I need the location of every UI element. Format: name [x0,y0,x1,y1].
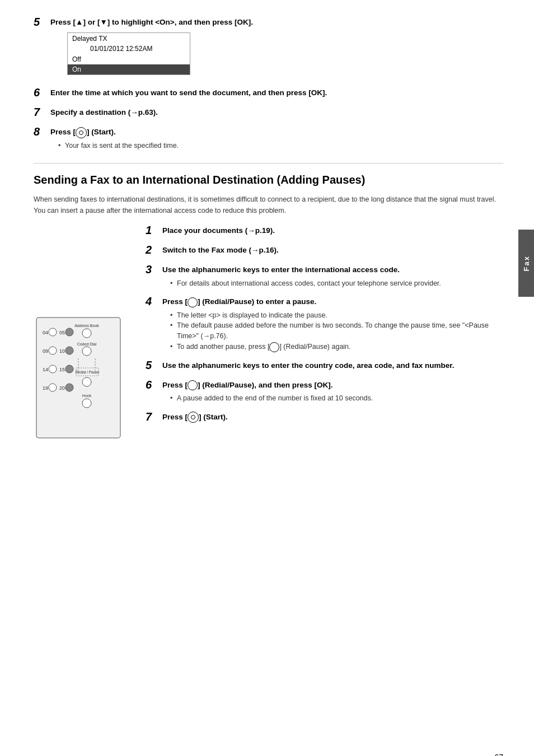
s2-step-5: 5 Use the alphanumeric keys to enter the… [146,360,503,372]
svg-text:05: 05 [59,330,65,335]
step-7-content: Specify a destination (→p.63). [50,107,503,118]
s2-step-7-text: Press [] (Start). [162,412,503,423]
step-8-text: Press [] (Start). [50,127,503,138]
svg-text:20: 20 [59,385,65,391]
svg-point-12 [65,365,73,373]
svg-text:14: 14 [43,367,48,372]
svg-point-8 [65,347,73,354]
s2-step-3-bullet-1: For details about international access c… [170,278,503,289]
display-title: Delayed TX [68,33,190,44]
s2-step-5-num: 5 [146,359,162,372]
svg-text:15: 15 [59,367,65,372]
s2-step-6-content: Press [] (Redial/Pause), and then press … [162,380,503,404]
svg-text:09: 09 [43,348,48,354]
s2-step-6-text: Press [] (Redial/Pause), and then press … [162,380,503,391]
svg-text:04: 04 [43,330,48,335]
circle-icon-6 [188,380,198,390]
s2-step-7-num: 7 [146,410,162,423]
s2-step-3-text: Use the alphanumeric keys to enter the i… [162,264,503,276]
s2-step-4-bullet-2: The default pause added before the numbe… [170,320,503,342]
s2-step-6: 6 Press [] (Redial/Pause), and then pres… [146,380,503,404]
s2-step-2-num: 2 [146,244,162,256]
step-7-text: Specify a destination (→p.63). [50,107,503,118]
step-6-text: Enter the time at which you want to send… [50,87,503,99]
step-5-num: 5 [34,16,50,29]
svg-text:Redial / Pause: Redial / Pause [76,370,100,374]
s2-step-4: 4 Press [] (Redial/Pause) to enter a pau… [146,296,503,352]
step-5-text: Press [▲] or [▼] to highlight <On>, and … [50,17,503,28]
s2-step-3-num: 3 [146,263,162,276]
s2-step-4-content: Press [] (Redial/Pause) to enter a pause… [162,296,503,352]
step-8-content: Press [] (Start). Your fax is sent at th… [50,127,503,151]
step-6: 6 Enter the time at which you want to se… [34,87,503,99]
device-image-area: 04 05 09 10 14 15 [34,225,146,431]
section-2-steps: 1 Place your documents (→p.19). 2 Switch… [146,225,503,431]
s2-step-2-content: Switch to the Fax mode (→p.16). [162,245,503,256]
svg-point-16 [65,384,73,391]
s2-step-5-text: Use the alphanumeric keys to enter the c… [162,360,503,371]
section-2-title: Sending a Fax to an International Destin… [34,172,503,187]
section-2: Sending a Fax to an International Destin… [34,172,503,431]
main-content: 5 Press [▲] or [▼] to highlight <On>, an… [34,17,503,465]
s2-step-4-text: Press [] (Redial/Pause) to enter a pause… [162,296,503,307]
page: Fax 5 Press [▲] or [▼] to highlight <On>… [0,17,534,756]
step-5-content: Press [▲] or [▼] to highlight <On>, and … [50,17,503,80]
svg-point-6 [49,347,57,354]
svg-text:Hook: Hook [82,394,92,398]
s2-step-2: 2 Switch to the Fax mode (→p.16). [146,245,503,256]
section-2-intro: When sending faxes to international dest… [34,194,503,216]
s2-step-4-num: 4 [146,295,162,308]
top-steps-section: 5 Press [▲] or [▼] to highlight <On>, an… [34,17,503,151]
circle-icon-4 [188,297,198,307]
s2-step-3-content: Use the alphanumeric keys to enter the i… [162,264,503,288]
step-8-bullet-1: Your fax is sent at the specified time. [58,141,503,151]
s2-step-1: 1 Place your documents (→p.19). [146,225,503,237]
page-number: 67 [494,753,503,756]
display-box: Delayed TX 01/01/2012 12:52AM Off On [67,32,190,75]
svg-text:Address Book: Address Book [74,324,99,328]
s2-step-7: 7 Press [] (Start). [146,412,503,423]
svg-point-18 [82,329,91,338]
s2-step-6-bullet-1: A pause added to the end of the number i… [170,393,503,404]
svg-point-25 [82,377,91,386]
s2-step-6-num: 6 [146,379,162,391]
step-5: 5 Press [▲] or [▼] to highlight <On>, an… [34,17,503,80]
circle-icon-4b [269,342,279,352]
section-divider [34,163,503,164]
svg-point-10 [49,365,57,373]
display-off: Off [68,54,190,64]
s2-step-3: 3 Use the alphanumeric keys to enter the… [146,264,503,288]
device-svg: 04 05 09 10 14 15 [34,315,126,444]
start-icon-7 [188,412,199,423]
svg-text:19: 19 [43,385,48,391]
svg-text:Coded Dial: Coded Dial [77,342,97,346]
step-7-num: 7 [34,106,50,119]
s2-step-5-content: Use the alphanumeric keys to enter the c… [162,360,503,371]
svg-point-2 [49,328,57,336]
step-8: 8 Press [] (Start). Your fax is sent at … [34,127,503,151]
display-date: 01/01/2012 12:52AM [68,44,190,54]
display-on: On [68,64,190,74]
side-tab: Fax [518,230,534,297]
svg-text:10: 10 [59,348,65,354]
s2-step-4-bullet-1: The letter <p> is displayed to indicate … [170,310,503,321]
step-6-num: 6 [34,86,50,99]
svg-point-14 [49,384,57,391]
step-7: 7 Specify a destination (→p.63). [34,107,503,119]
s2-step-4-bullet-3: To add another pause, press [] (Redial/P… [170,342,503,352]
step-6-content: Enter the time at which you want to send… [50,87,503,99]
s2-step-7-content: Press [] (Start). [162,412,503,423]
step-8-num: 8 [34,125,50,138]
s2-step-1-text: Place your documents (→p.19). [162,225,503,236]
side-tab-label: Fax [522,255,531,271]
svg-rect-0 [36,318,120,438]
svg-point-27 [82,399,91,408]
svg-point-20 [82,347,91,356]
s2-step-1-num: 1 [146,224,162,237]
start-icon-8 [76,127,87,138]
svg-point-4 [65,328,73,336]
s2-step-1-content: Place your documents (→p.19). [162,225,503,236]
s2-step-2-text: Switch to the Fax mode (→p.16). [162,245,503,256]
